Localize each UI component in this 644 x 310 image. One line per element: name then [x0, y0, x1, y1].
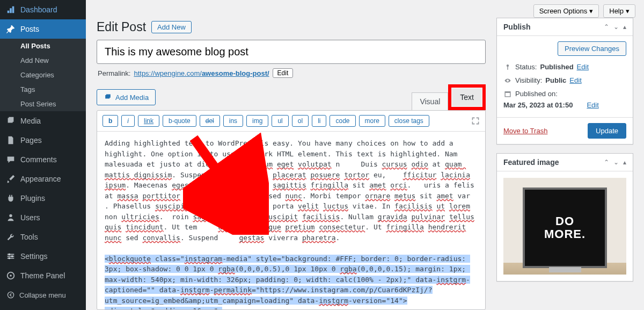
- sidebar-item-appearance[interactable]: Appearance: [0, 169, 86, 189]
- pin-icon: [503, 63, 512, 71]
- qt-ins-button[interactable]: ins: [223, 115, 243, 127]
- edit-permalink-button[interactable]: Edit: [273, 68, 294, 78]
- main-content: Screen Options ▾ Help ▾ Edit Post Add Ne…: [86, 0, 644, 310]
- sidebar-item-tools[interactable]: Tools: [0, 227, 86, 247]
- featured-image-text: DOMORE.: [544, 215, 586, 241]
- svg-point-4: [9, 254, 11, 256]
- edit-date-link[interactable]: Edit: [587, 101, 598, 109]
- sidebar-subitem-tags[interactable]: Tags: [0, 82, 86, 97]
- qt-more-button[interactable]: more: [359, 115, 385, 127]
- add-media-button[interactable]: Add Media: [97, 89, 156, 105]
- text-editor-textarea[interactable]: Adding highlighted text to WordPress is …: [97, 132, 485, 309]
- chevron-down-icon: ▾: [626, 7, 630, 15]
- move-down-icon[interactable]: ⌄: [613, 23, 619, 31]
- sidebar-subitem-add-new[interactable]: Add New: [0, 53, 86, 68]
- collapse-icon: [5, 290, 16, 300]
- svg-point-8: [10, 275, 12, 277]
- visibility-row: Visibility: Public Edit: [503, 74, 626, 87]
- collapse-menu-button[interactable]: Collapse menu: [0, 285, 86, 305]
- sidebar-subitem-categories[interactable]: Categories: [0, 68, 86, 82]
- qt-close-button[interactable]: close tags: [389, 115, 429, 127]
- qt-li-button[interactable]: li: [312, 115, 326, 127]
- theme-icon: [5, 270, 16, 281]
- sidebar-submenu-posts: All Posts Add New Categories Tags Post S…: [0, 39, 86, 111]
- tab-visual[interactable]: Visual: [412, 92, 448, 110]
- top-help-bar: Screen Options ▾ Help ▾: [86, 0, 644, 18]
- sidebar-item-settings[interactable]: Settings: [0, 247, 86, 266]
- tab-text[interactable]: Text: [452, 89, 481, 106]
- publish-body: Preview Changes Status: Published Edit V…: [497, 36, 633, 117]
- permalink-base: https://wpengine.com/: [134, 69, 201, 77]
- page-title: Edit Post: [97, 20, 146, 34]
- add-new-button[interactable]: Add New: [151, 21, 192, 33]
- qt-link-button[interactable]: link: [138, 115, 159, 127]
- edit-visibility-link[interactable]: Edit: [569, 76, 581, 84]
- publish-footer: Move to Trash Update: [497, 117, 633, 144]
- brush-icon: [5, 174, 16, 184]
- fullscreen-icon[interactable]: [471, 117, 480, 125]
- qt-bquote-button[interactable]: b-quote: [163, 115, 196, 127]
- featured-image-thumbnail[interactable]: DOMORE.: [503, 178, 626, 275]
- eye-icon: [503, 77, 512, 84]
- sidebar-subitem-post-series[interactable]: Post Series: [0, 97, 86, 111]
- qt-italic-button[interactable]: i: [121, 115, 135, 127]
- sidebar-item-media[interactable]: Media: [0, 111, 86, 131]
- meta-column: Publish ⌃ ⌄ ▴ Preview Changes: [496, 18, 633, 310]
- media-icon: [5, 116, 16, 126]
- comment-icon: [5, 154, 16, 165]
- postbox-handles: ⌃ ⌄ ▴: [604, 23, 626, 31]
- post-title-input[interactable]: [97, 40, 486, 64]
- toggle-icon[interactable]: ▴: [623, 23, 626, 31]
- dashboard-icon: [5, 4, 16, 15]
- sidebar-item-plugins[interactable]: Plugins: [0, 189, 86, 208]
- sidebar-item-users[interactable]: Users: [0, 208, 86, 227]
- status-row: Status: Published Edit: [503, 60, 626, 74]
- editor-container: b i link b-quote del ins img ul ol li co…: [97, 110, 486, 310]
- qt-ul-button[interactable]: ul: [272, 115, 288, 127]
- sidebar-label: Posts: [20, 25, 39, 33]
- sidebar-label: Tools: [20, 233, 38, 241]
- help-button[interactable]: Help ▾: [603, 4, 635, 18]
- qt-code-button[interactable]: code: [330, 115, 355, 127]
- media-tabs-row: Add Media Visual Text: [97, 84, 486, 110]
- sidebar-item-comments[interactable]: Comments: [0, 150, 86, 169]
- svg-point-9: [8, 292, 13, 298]
- featured-header: Featured image ⌃ ⌄ ▴: [497, 154, 633, 171]
- qt-ol-button[interactable]: ol: [292, 115, 309, 127]
- sidebar-label: Users: [20, 213, 40, 222]
- sidebar-label: Comments: [20, 155, 57, 164]
- sidebar-label: Settings: [20, 252, 48, 261]
- status-value: Published: [540, 63, 573, 71]
- sidebar-subitem-all-posts[interactable]: All Posts: [0, 39, 86, 53]
- status-label: Status:: [515, 63, 537, 71]
- tab-text-highlight: Text: [448, 84, 486, 110]
- qt-bold-button[interactable]: b: [103, 115, 118, 127]
- svg-point-6: [9, 257, 11, 259]
- chevron-down-icon: ▾: [589, 7, 593, 15]
- move-up-icon[interactable]: ⌃: [604, 23, 609, 31]
- editor-column: Edit Post Add New Permalink: https://wpe…: [97, 18, 486, 310]
- move-to-trash-link[interactable]: Move to Trash: [503, 127, 547, 135]
- published-label: Published on:: [515, 90, 558, 98]
- edit-status-link[interactable]: Edit: [577, 63, 589, 71]
- qt-img-button[interactable]: img: [246, 115, 268, 127]
- preview-changes-button[interactable]: Preview Changes: [558, 41, 626, 56]
- toggle-icon[interactable]: ▴: [623, 158, 626, 166]
- permalink-link[interactable]: https://wpengine.com/awesome-blog-post/: [134, 69, 269, 77]
- published-row: Published on: Mar 25, 2023 at 01:50 Edit: [503, 87, 626, 112]
- move-up-icon[interactable]: ⌃: [604, 158, 609, 166]
- sidebar-label: Media: [20, 117, 41, 125]
- help-label: Help: [609, 7, 624, 15]
- update-button[interactable]: Update: [588, 123, 626, 139]
- svg-point-5: [11, 255, 13, 257]
- sidebar-item-posts[interactable]: Posts: [0, 19, 86, 39]
- visibility-value: Public: [545, 76, 566, 84]
- sidebar-item-pages[interactable]: Pages: [0, 131, 86, 150]
- sidebar-item-dashboard[interactable]: Dashboard: [0, 0, 86, 19]
- sidebar-item-theme-panel[interactable]: Theme Panel: [0, 266, 86, 285]
- move-down-icon[interactable]: ⌄: [613, 158, 619, 166]
- screen-options-button[interactable]: Screen Options ▾: [533, 4, 599, 18]
- qt-del-button[interactable]: del: [200, 115, 220, 127]
- publish-postbox: Publish ⌃ ⌄ ▴ Preview Changes: [496, 18, 633, 145]
- publish-title: Publish: [503, 23, 531, 31]
